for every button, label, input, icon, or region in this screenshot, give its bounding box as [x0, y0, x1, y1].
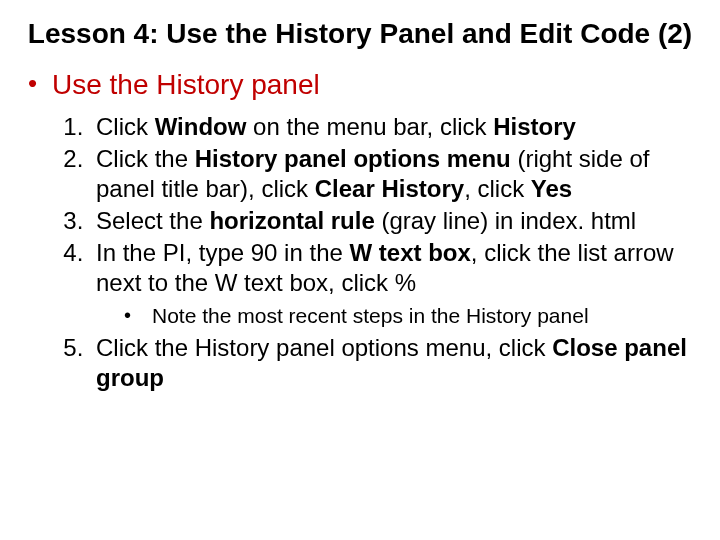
step-4-text-a: In the PI, type 90 in the	[96, 239, 350, 266]
slide-title: Lesson 4: Use the History Panel and Edit…	[20, 18, 700, 50]
step-3-bold-hr: horizontal rule	[209, 207, 374, 234]
step-2-bold-yes: Yes	[531, 175, 572, 202]
lead-bullet-list: Use the History panel	[20, 68, 700, 102]
step-3-text-c: (gray line) in index. html	[375, 207, 636, 234]
step-2: Click the History panel options menu (ri…	[90, 144, 690, 204]
step-1: Click Window on the menu bar, click Hist…	[90, 112, 690, 142]
step-3: Select the horizontal rule (gray line) i…	[90, 206, 690, 236]
step-2-bold-clear: Clear History	[315, 175, 464, 202]
step-4-note: Note the most recent steps in the Histor…	[124, 302, 690, 329]
step-2-bold-menu: History panel options menu	[195, 145, 511, 172]
step-1-bold-window: Window	[155, 113, 247, 140]
step-4-note-list: Note the most recent steps in the Histor…	[96, 302, 690, 329]
step-2-text-a: Click the	[96, 145, 195, 172]
slide: Lesson 4: Use the History Panel and Edit…	[0, 0, 720, 540]
step-3-text-a: Select the	[96, 207, 209, 234]
step-4: In the PI, type 90 in the W text box, cl…	[90, 238, 690, 329]
step-1-text-c: on the menu bar, click	[246, 113, 493, 140]
step-5-text-a: Click the History panel options menu, cl…	[96, 334, 552, 361]
step-1-bold-history: History	[493, 113, 576, 140]
step-5: Click the History panel options menu, cl…	[90, 333, 690, 393]
step-2-text-d: , click	[464, 175, 531, 202]
lead-bullet-item: Use the History panel	[28, 68, 700, 102]
step-1-text-a: Click	[96, 113, 155, 140]
step-4-bold-w: W text box	[350, 239, 471, 266]
steps-list: Click Window on the menu bar, click Hist…	[20, 112, 700, 393]
